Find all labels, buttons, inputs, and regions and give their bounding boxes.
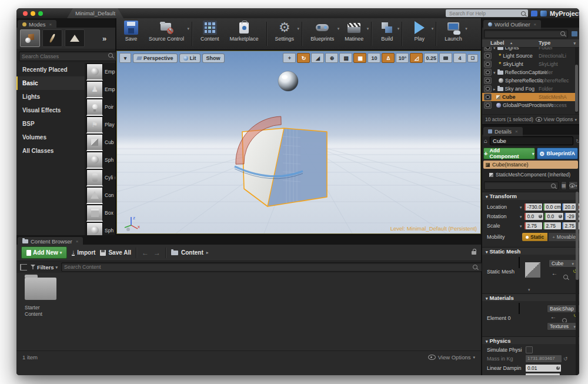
browse-to-asset-icon[interactable] <box>563 275 568 279</box>
tab-details[interactable]: Details× <box>483 127 523 136</box>
location-y-field[interactable]: 0.0 cm <box>543 203 561 211</box>
save-all-button[interactable]: Save All <box>100 249 131 256</box>
display-filter-button[interactable]: ▾ <box>569 181 578 190</box>
add-component-button[interactable]: + Add Component▾ <box>483 148 535 159</box>
visibility-eye-icon[interactable] <box>484 47 492 51</box>
column-label[interactable]: Label <box>490 39 505 47</box>
list-item[interactable]: Box? <box>85 204 115 222</box>
expand-section-icon[interactable]: ▾ <box>528 288 530 292</box>
close-window-button[interactable] <box>23 11 28 16</box>
viewport-options-button[interactable]: ▾ <box>119 53 131 63</box>
level-tab[interactable]: Minimal_Default <box>67 8 123 18</box>
view-options-button[interactable]: View Options▾ <box>428 354 475 360</box>
chevron-down-icon[interactable]: ▾ <box>397 26 400 31</box>
material-thumbnail[interactable] <box>519 303 520 314</box>
actor-name-input[interactable] <box>490 136 573 145</box>
static-mesh-dropdown[interactable]: Cube▾ <box>549 259 577 268</box>
close-icon[interactable]: × <box>515 129 518 134</box>
category-all-classes[interactable]: All Classes <box>16 144 85 158</box>
viewport[interactable]: ▾ Perspective Lit Show + ↻ ◢ ⊕ ▤ ▦ 10 ∆ … <box>116 51 481 234</box>
place-mode-button[interactable] <box>20 29 40 47</box>
list-item[interactable]: Emp? <box>85 63 115 81</box>
blueprint-button[interactable]: ⚙ Blueprint/A <box>537 148 578 159</box>
import-button[interactable]: ↓ Import <box>72 249 95 256</box>
simulate-physics-checkbox[interactable] <box>526 346 533 353</box>
details-scrollbar[interactable] <box>576 192 579 375</box>
path-breadcrumb[interactable]: Content ▸ <box>171 249 209 256</box>
camera-speed-value[interactable]: 4 <box>453 53 466 63</box>
ue-logo-icon[interactable] <box>540 11 547 16</box>
outliner-filter-icon[interactable] <box>572 31 577 36</box>
outliner-row[interactable]: ▸Sky and FogFolder <box>482 85 575 93</box>
visibility-eye-icon[interactable] <box>484 77 492 84</box>
outliner-row[interactable]: *Light SourceDirectionalLi <box>482 52 575 60</box>
material-dropdown[interactable]: BasicShape▾ <box>547 305 579 313</box>
outliner-scrollbar[interactable] <box>575 47 578 113</box>
reset-name-icon[interactable]: ↻ <box>576 138 579 144</box>
category-bsp[interactable]: BSP <box>16 117 85 131</box>
save-button[interactable]: Save <box>119 18 143 49</box>
location-x-field[interactable]: -730.0 <box>524 203 542 211</box>
category-volumes[interactable]: Volumes <box>16 131 85 144</box>
maximize-viewport-button[interactable]: ❏ <box>467 54 478 62</box>
category-visual-effects[interactable]: Visual Effects <box>16 103 85 117</box>
source-control-button[interactable]: Source Control▾ <box>143 18 189 49</box>
search-content-input[interactable] <box>61 262 482 272</box>
visibility-eye-icon[interactable] <box>484 94 492 101</box>
chevron-down-icon[interactable]: ▾ <box>298 26 300 31</box>
grid-snap-button[interactable]: ▦ <box>353 53 366 63</box>
help-search-box[interactable] <box>446 9 528 17</box>
content-button[interactable]: Content <box>195 18 225 49</box>
category-basic[interactable]: Basic <box>16 76 85 90</box>
static-mesh-thumbnail[interactable] <box>519 257 520 268</box>
scale-snap-button[interactable]: ◿ <box>410 53 423 63</box>
minimize-window-button[interactable] <box>31 11 35 16</box>
visibility-eye-icon[interactable] <box>484 102 492 109</box>
details-search-input[interactable] <box>484 181 559 190</box>
rotation-snap-value[interactable]: 10° <box>396 53 409 63</box>
launch-button[interactable]: Launch▾ <box>439 18 467 49</box>
play-button[interactable]: Play▾ <box>405 18 433 49</box>
more-modes-button[interactable]: » <box>102 34 106 43</box>
category-lights[interactable]: Lights <box>16 90 85 103</box>
blueprints-button[interactable]: Blueprints▾ <box>305 18 339 49</box>
folder-tile-starter-content[interactable]: Starter Content <box>25 278 66 317</box>
help-search-input[interactable] <box>448 10 521 17</box>
close-icon[interactable]: × <box>76 239 79 244</box>
camera-speed-button[interactable] <box>439 53 452 63</box>
back-button[interactable]: ← <box>142 249 149 257</box>
mobility-movable-button[interactable]: +Movable <box>549 233 579 241</box>
help-icon[interactable]: ? <box>115 175 115 181</box>
outliner-row[interactable]: ▾LightsFolder <box>482 47 575 52</box>
visibility-eye-icon[interactable] <box>484 52 492 59</box>
rotation-dial-icon[interactable] <box>559 215 562 218</box>
view-options-button[interactable]: View Options▾ <box>536 116 577 122</box>
matinee-button[interactable]: Matinee▾ <box>339 18 369 49</box>
rotation-snap-button[interactable]: ∆ <box>382 53 395 63</box>
scale-snap-value[interactable]: 0.25 <box>424 53 438 63</box>
textures-dropdown[interactable]: Textures▾ <box>547 322 579 330</box>
tab-world-outliner[interactable]: World Outliner× <box>483 20 541 29</box>
outliner-row[interactable]: GlobalPostProcessVoPostProcess <box>482 101 575 109</box>
scale-tool-button[interactable]: ◢ <box>311 53 324 63</box>
category-recently-placed[interactable]: Recently Placed <box>16 63 85 76</box>
chevron-down-icon[interactable]: ▾ <box>432 26 434 31</box>
add-new-button[interactable]: Add New▾ <box>21 246 67 259</box>
clipped-field[interactable] <box>526 373 560 375</box>
outliner-search-input[interactable] <box>484 29 568 38</box>
visibility-eye-icon[interactable] <box>484 61 492 68</box>
outliner-row[interactable]: ▾ReflectionCaptureActoFolder <box>482 68 575 76</box>
rotation-label[interactable]: Rotation <box>487 213 519 219</box>
zoom-window-button[interactable] <box>38 11 43 16</box>
visibility-eye-icon[interactable] <box>484 85 492 92</box>
type-filter-icon[interactable]: ▾ <box>573 41 576 45</box>
filters-button[interactable]: Filters▾ <box>31 264 58 271</box>
use-selected-arrow-icon[interactable]: ← <box>552 270 557 276</box>
list-item[interactable]: Poir? <box>85 98 115 116</box>
visibility-eye-icon[interactable] <box>484 69 492 76</box>
rotation-x-field[interactable]: 0.0 <box>524 213 543 220</box>
sources-toggle-icon[interactable] <box>20 264 27 271</box>
landscape-mode-button[interactable] <box>65 29 85 47</box>
column-type[interactable]: Type <box>539 39 550 47</box>
world-local-toggle[interactable]: ⊕ <box>325 53 338 63</box>
